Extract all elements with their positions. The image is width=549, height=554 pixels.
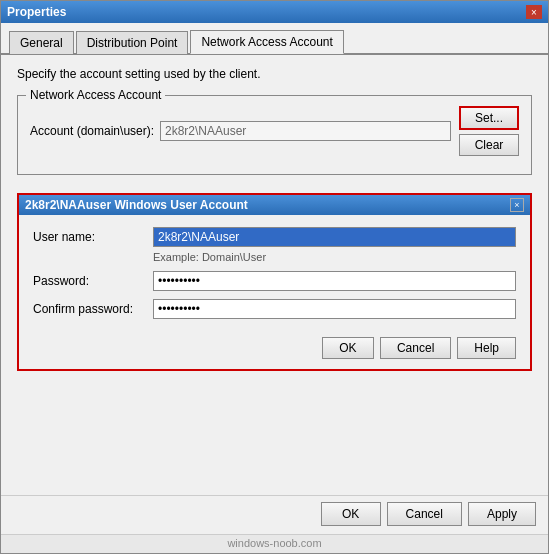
account-field-input[interactable]	[160, 121, 451, 141]
sub-dialog-content: User name: Example: Domain\User Password…	[19, 215, 530, 369]
username-label: User name:	[33, 230, 153, 244]
confirm-password-row: Confirm password:	[33, 299, 516, 319]
sub-cancel-button[interactable]: Cancel	[380, 337, 451, 359]
account-field-row: Account (domain\user): Set... Clear	[30, 106, 519, 156]
ok-button[interactable]: OK	[321, 502, 381, 526]
sub-dialog-close-button[interactable]: ×	[510, 198, 524, 212]
tab-strip: General Distribution Point Network Acces…	[1, 23, 548, 55]
sub-dialog: 2k8r2\NAAuser Windows User Account × Use…	[17, 193, 532, 371]
main-window: Properties × General Distribution Point …	[0, 0, 549, 554]
password-row: Password:	[33, 271, 516, 291]
apply-button[interactable]: Apply	[468, 502, 536, 526]
window-title: Properties	[7, 5, 66, 19]
confirm-password-input[interactable]	[153, 299, 516, 319]
watermark: windows-noob.com	[1, 534, 548, 553]
watermark-text: windows-noob.com	[227, 537, 321, 549]
content-area: Specify the account setting used by the …	[1, 55, 548, 495]
window-close-button[interactable]: ×	[526, 5, 542, 19]
sub-dialog-buttons: OK Cancel Help	[33, 329, 516, 359]
sub-help-button[interactable]: Help	[457, 337, 516, 359]
account-buttons: Set... Clear	[459, 106, 519, 156]
username-row: User name:	[33, 227, 516, 247]
bottom-bar: OK Cancel Apply	[1, 495, 548, 534]
tab-network-access-account[interactable]: Network Access Account	[190, 30, 343, 54]
clear-button[interactable]: Clear	[459, 134, 519, 156]
confirm-password-label: Confirm password:	[33, 302, 153, 316]
example-text: Example: Domain\User	[153, 251, 516, 263]
description-text: Specify the account setting used by the …	[17, 67, 532, 81]
password-label: Password:	[33, 274, 153, 288]
account-field-label: Account (domain\user):	[30, 124, 160, 138]
sub-dialog-title-bar: 2k8r2\NAAuser Windows User Account ×	[19, 195, 530, 215]
group-box-legend: Network Access Account	[26, 88, 165, 102]
tab-general[interactable]: General	[9, 31, 74, 54]
cancel-button[interactable]: Cancel	[387, 502, 462, 526]
password-input[interactable]	[153, 271, 516, 291]
network-access-account-group: Network Access Account Account (domain\u…	[17, 95, 532, 175]
title-bar: Properties ×	[1, 1, 548, 23]
sub-dialog-title: 2k8r2\NAAuser Windows User Account	[25, 198, 248, 212]
set-button[interactable]: Set...	[459, 106, 519, 130]
tab-distribution-point[interactable]: Distribution Point	[76, 31, 189, 54]
sub-ok-button[interactable]: OK	[322, 337, 374, 359]
username-input[interactable]	[153, 227, 516, 247]
